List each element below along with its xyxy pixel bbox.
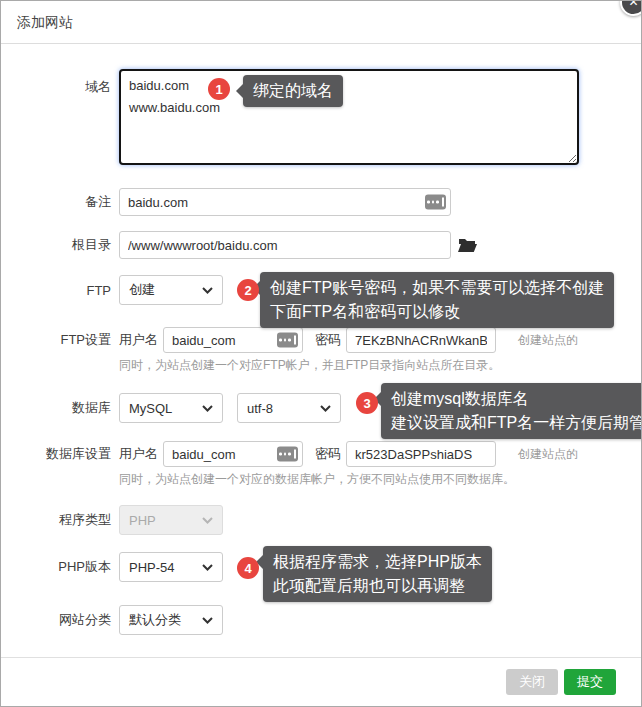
db-password-label: 密码 [315,445,341,463]
annotation-badge-4: 4 [237,557,259,579]
site-category-select[interactable]: 默认分类 [119,605,223,635]
root-path-row: 根目录 [1,231,477,259]
chevron-down-icon [202,287,213,294]
tooltip-line: 创建FTP账号密码，如果不需要可以选择不创建 [270,276,604,300]
tooltip-line: 根据程序需求，选择PHP版本 [273,550,482,574]
tooltip-line: 下面FTP名和密码可以修改 [270,300,604,324]
domain-textarea[interactable]: baidu.com www.baidu.com [119,69,579,165]
text-suggestion-icon[interactable] [277,447,298,462]
chevron-down-icon [202,617,213,624]
text-suggestion-icon[interactable] [277,333,298,348]
db-settings-label: 数据库设置 [1,445,111,463]
program-type-select: PHP [119,505,223,535]
cancel-button[interactable]: 关闭 [506,669,558,695]
ftp-note-wrap: 同时，为站点创建一个对应FTP帐户，并且FTP目录指向站点所在目录。 [119,357,500,374]
ftp-note-start: 创建站点的 [518,332,578,349]
program-type-value: PHP [129,513,156,528]
db-username-label: 用户名 [119,445,158,463]
annotation-tooltip-2: 创建FTP账号密码，如果不需要可以选择不创建 下面FTP名和密码可以修改 [260,272,614,328]
ftp-password-input[interactable] [346,327,496,353]
ftp-row: FTP 创建 [1,275,223,305]
site-category-row: 网站分类 默认分类 [1,605,223,635]
ftp-select-value: 创建 [129,281,155,299]
site-category-label: 网站分类 [1,611,111,629]
ftp-settings-row: FTP设置 用户名 密码 创建站点的 [1,327,578,353]
annotation-badge-2: 2 [237,279,259,301]
ftp-select[interactable]: 创建 [119,275,223,305]
database-row: 数据库 MySQL utf-8 [1,393,341,423]
site-category-value: 默认分类 [129,611,181,629]
db-note-wrap: 同时，为站点创建一个对应的数据库帐户，方便不同站点使用不同数据库。 [119,471,515,488]
db-settings-row: 数据库设置 用户名 密码 创建站点的 [1,441,578,467]
php-version-row: PHP版本 PHP-54 [1,552,223,582]
chevron-down-icon [202,564,213,571]
remark-label: 备注 [1,193,111,211]
tooltip-line: 此项配置后期也可以再调整 [273,574,482,598]
dialog-footer: 关闭 提交 [1,657,641,706]
database-label: 数据库 [1,399,111,417]
annotation-tooltip-3: 创建mysql数据库名 建议设置成和FTP名一样方便后期管理 [381,383,642,439]
ftp-label: FTP [1,283,111,298]
tooltip-line: 建议设置成和FTP名一样方便后期管理 [391,411,642,435]
domain-label: 域名 [1,69,111,96]
annotation-badge-3: 3 [356,392,378,414]
program-type-label: 程序类型 [1,511,111,529]
database-charset-value: utf-8 [247,401,273,416]
database-charset-select[interactable]: utf-8 [237,393,341,423]
ftp-username-label: 用户名 [119,331,158,349]
annotation-tooltip-4: 根据程序需求，选择PHP版本 此项配置后期也可以再调整 [263,546,492,602]
annotation-tooltip-1: 绑定的域名 [243,75,343,107]
ftp-settings-label: FTP设置 [1,331,111,349]
chevron-down-icon [320,405,331,412]
php-version-select[interactable]: PHP-54 [119,552,223,582]
root-path-label: 根目录 [1,236,111,254]
tooltip-line: 绑定的域名 [253,79,333,103]
chevron-down-icon [202,405,213,412]
dialog-title: 添加网站 [17,14,73,32]
submit-button[interactable]: 提交 [564,669,616,695]
php-version-label: PHP版本 [1,558,111,576]
database-engine-select[interactable]: MySQL [119,393,223,423]
tooltip-line: 创建mysql数据库名 [391,387,642,411]
database-engine-value: MySQL [129,401,172,416]
chevron-down-icon [202,517,213,524]
db-note-start: 创建站点的 [518,446,578,463]
add-website-dialog: 添加网站 ✕ 域名 baidu.com www.baidu.com 备注 根目录… [0,0,642,707]
program-type-row: 程序类型 PHP [1,505,223,535]
ftp-password-label: 密码 [315,331,341,349]
remark-row: 备注 [1,188,451,216]
dialog-header: 添加网站 [1,1,641,44]
root-path-input[interactable] [119,231,451,259]
folder-browse-icon[interactable] [458,237,477,253]
php-version-value: PHP-54 [129,560,175,575]
remark-input[interactable] [119,188,451,216]
text-suggestion-icon[interactable] [425,195,446,210]
db-password-input[interactable] [346,441,496,467]
annotation-badge-1: 1 [208,78,230,100]
